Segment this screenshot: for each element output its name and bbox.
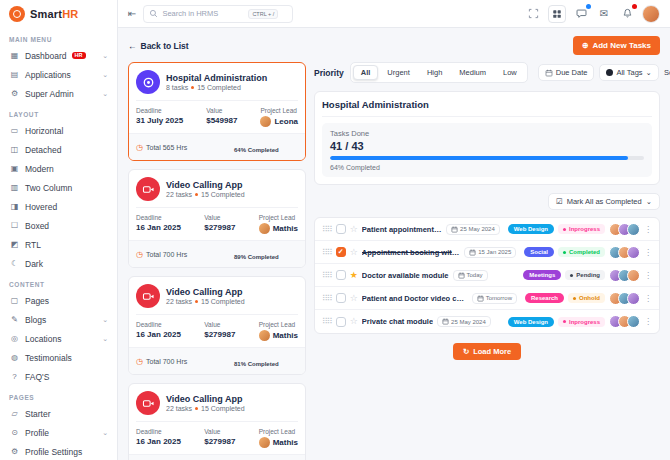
task-checkbox[interactable] xyxy=(336,293,346,303)
checklist-icon: ☑ xyxy=(556,197,563,206)
sidebar-collapse-icon[interactable]: ⇤ xyxy=(128,9,136,19)
project-title: Video Calling App xyxy=(166,287,245,298)
layout-grid-button[interactable] xyxy=(548,5,566,23)
priority-option-all[interactable]: All xyxy=(353,65,379,80)
sidebar-item-applications[interactable]: ▤ Applications ⌄ xyxy=(0,65,117,84)
profile-settings-icon: ⚙ xyxy=(9,447,20,456)
rtl-layout-icon: ◩ xyxy=(9,240,20,249)
row-menu-icon[interactable]: ⋮ xyxy=(644,317,652,326)
sidebar-item-rtl[interactable]: ◩RTL xyxy=(0,235,117,254)
row-menu-icon[interactable]: ⋮ xyxy=(644,294,652,303)
sidebar-item-hovered[interactable]: ◨Hovered xyxy=(0,197,117,216)
mail-icon[interactable]: ✉ xyxy=(596,6,612,22)
drag-handle-icon[interactable]: ⠿⠿ xyxy=(322,271,332,280)
hr-badge: HR xyxy=(72,52,86,60)
sort-by-dropdown[interactable]: Sort By : Created Date ⌄ xyxy=(664,68,670,77)
project-value: $279987 xyxy=(204,223,235,232)
project-card-video-calling-app[interactable]: Video Calling App 22 tasks15 Completed D… xyxy=(128,383,306,460)
all-tags-dropdown[interactable]: All Tags ⌄ xyxy=(599,64,658,81)
sidebar-item-dark[interactable]: ☾Dark xyxy=(0,254,117,273)
bell-icon[interactable] xyxy=(619,6,635,22)
chat-icon[interactable] xyxy=(573,6,589,22)
total-hours: Total 700 Hrs xyxy=(146,358,187,365)
project-list: Hospital Administration 8 tasks15 Comple… xyxy=(128,62,306,460)
mark-all-completed-button[interactable]: ☑ Mark All as Completed ⌄ xyxy=(548,193,660,210)
notification-badge xyxy=(632,4,637,9)
sidebar-item-starter[interactable]: ▱Starter xyxy=(0,404,117,423)
task-checkbox[interactable] xyxy=(336,317,346,327)
drag-handle-icon[interactable]: ⠿⠿ xyxy=(322,317,332,326)
row-menu-icon[interactable]: ⋮ xyxy=(644,225,652,234)
star-icon[interactable]: ☆ xyxy=(350,294,358,303)
brand-logo[interactable]: SmartHR xyxy=(0,0,117,28)
sidebar-item-two-column[interactable]: ▥Two Column xyxy=(0,178,117,197)
brand-name: SmartHR xyxy=(30,8,78,20)
sidebar-section-pages: PAGES xyxy=(0,386,117,404)
priority-option-low[interactable]: Low xyxy=(495,65,525,80)
drag-handle-icon[interactable]: ⠿⠿ xyxy=(322,225,332,234)
sidebar-item-super-admin[interactable]: ⚙ Super Admin ⌄ xyxy=(0,84,117,103)
sidebar-item-dashboard[interactable]: ▦ Dashboard HR ⌄ xyxy=(0,46,117,65)
due-date-button[interactable]: Due Date xyxy=(538,64,595,81)
sidebar-item-profile-settings[interactable]: ⚙Profile Settings xyxy=(0,442,117,460)
sidebar-item-profile[interactable]: ⊙Profile⌄ xyxy=(0,423,117,442)
target-icon xyxy=(136,70,160,94)
project-lead: Mathis xyxy=(273,438,298,447)
back-to-list-link[interactable]: ← Back to List xyxy=(128,41,189,51)
lead-avatar xyxy=(260,116,271,127)
star-filled-icon[interactable]: ★ xyxy=(350,271,358,280)
search-input[interactable] xyxy=(162,9,244,18)
task-checkbox[interactable] xyxy=(336,270,346,280)
sidebar-item-boxed[interactable]: ☐Boxed xyxy=(0,216,117,235)
project-card-video-calling-app[interactable]: Video Calling App 22 tasks15 Completed D… xyxy=(128,276,306,375)
project-card-video-calling-app[interactable]: Video Calling App 22 tasks15 Completed D… xyxy=(128,169,306,268)
task-name: Patient appointment booking xyxy=(362,225,442,234)
assignee-avatars xyxy=(609,223,640,236)
total-hours: Total 700 Hrs xyxy=(146,251,187,258)
project-subtitle: 22 tasks15 Completed xyxy=(166,405,245,412)
search-box[interactable]: CTRL + / xyxy=(143,5,293,23)
priority-option-urgent[interactable]: Urgent xyxy=(379,65,418,80)
add-new-tasks-button[interactable]: ⊕ Add New Tasks xyxy=(573,36,660,55)
priority-option-medium[interactable]: Medium xyxy=(451,65,494,80)
assignee-avatars xyxy=(609,292,640,305)
row-menu-icon[interactable]: ⋮ xyxy=(644,248,652,257)
star-icon[interactable]: ☆ xyxy=(350,225,358,234)
task-status-badge: Inprogress xyxy=(558,224,605,234)
priority-option-high[interactable]: High xyxy=(419,65,450,80)
task-checkbox[interactable] xyxy=(336,224,346,234)
tasks-done-box: Tasks Done 41 / 43 64% Completed xyxy=(322,123,652,177)
user-avatar[interactable] xyxy=(642,5,660,23)
sidebar-item-pages[interactable]: ▢Pages xyxy=(0,291,117,310)
row-menu-icon[interactable]: ⋮ xyxy=(644,271,652,280)
star-icon[interactable]: ☆ xyxy=(350,317,358,326)
fullscreen-icon[interactable] xyxy=(525,6,541,22)
project-value: $279987 xyxy=(204,437,235,446)
summary-progress-bar xyxy=(330,156,644,160)
project-summary-card: Hospital Administration Tasks Done 41 / … xyxy=(314,91,660,185)
modern-layout-icon: ▣ xyxy=(9,164,20,173)
load-more-button[interactable]: ↻ Load More xyxy=(453,343,521,360)
drag-handle-icon[interactable]: ⠿⠿ xyxy=(322,294,332,303)
chevron-down-icon: ⌄ xyxy=(102,316,108,324)
task-due-date-badge: 15 Jan 2025 xyxy=(464,247,516,258)
hovered-layout-icon: ◨ xyxy=(9,202,20,211)
project-card-hospital-administration[interactable]: Hospital Administration 8 tasks15 Comple… xyxy=(128,62,306,161)
video-icon xyxy=(136,284,160,308)
sidebar-item-faqs[interactable]: ?FAQ'S xyxy=(0,367,117,386)
star-icon[interactable]: ☆ xyxy=(350,248,358,257)
sidebar-item-blogs[interactable]: ✎Blogs⌄ xyxy=(0,310,117,329)
sidebar-item-horizontal[interactable]: ▭Horizontal xyxy=(0,121,117,140)
sidebar-item-locations[interactable]: ◎Locations⌄ xyxy=(0,329,117,348)
chevron-down-icon: ⌄ xyxy=(102,90,108,98)
sidebar-item-testimonials[interactable]: ◍Testimonials xyxy=(0,348,117,367)
sidebar-section-layout: LAYOUT xyxy=(0,103,117,121)
calendar-icon xyxy=(469,249,476,256)
sidebar-item-modern[interactable]: ▣Modern xyxy=(0,159,117,178)
chevron-down-icon: ⌄ xyxy=(102,429,108,437)
task-checkbox-checked[interactable]: ✓ xyxy=(336,247,346,257)
calendar-icon xyxy=(477,295,484,302)
smarthr-app: SmartHR MAIN MENU ▦ Dashboard HR ⌄ ▤ App… xyxy=(0,0,670,460)
drag-handle-icon[interactable]: ⠿⠿ xyxy=(322,248,332,257)
sidebar-item-detached[interactable]: ◫Detached xyxy=(0,140,117,159)
